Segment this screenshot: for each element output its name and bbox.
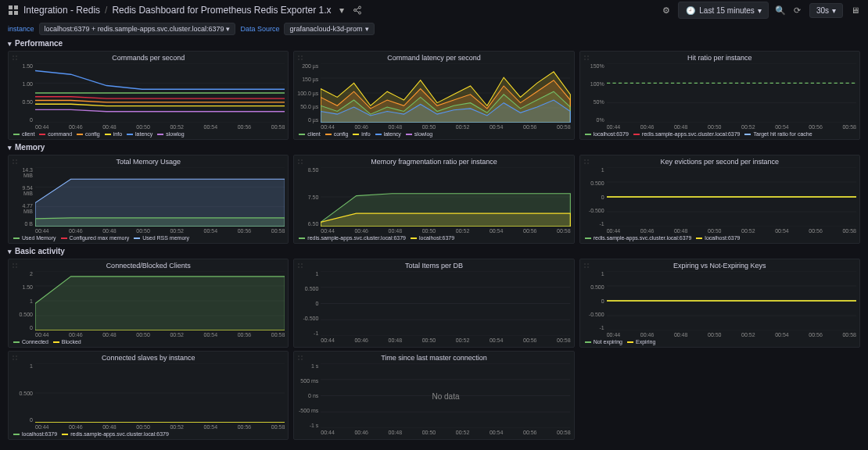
legend-item[interactable]: Expiring — [627, 339, 655, 345]
chart-area[interactable] — [607, 167, 856, 227]
y-tick: 500 ms — [297, 378, 318, 384]
x-tick: 00:52 — [456, 124, 470, 130]
chart-area[interactable]: No data — [321, 363, 570, 428]
y-tick: -1 — [297, 330, 318, 336]
panel-drag-handle[interactable] — [12, 53, 18, 59]
legend-item[interactable]: info — [353, 131, 370, 137]
gear-icon[interactable]: ⚙ — [661, 5, 672, 16]
monitor-icon[interactable]: 🖥 — [849, 5, 860, 16]
legend-item[interactable]: slowlog — [157, 131, 184, 137]
legend-item[interactable]: redis.sample-apps.svc.cluster.local:6379 — [62, 431, 169, 437]
panel-fragmentation[interactable]: Memory fragmentation ratio per instance8… — [293, 155, 574, 244]
panel-time-since-master[interactable]: Time since last master connection1 s500 … — [293, 351, 574, 440]
panel-drag-handle[interactable] — [297, 353, 303, 359]
chart-area[interactable] — [607, 271, 856, 330]
panel-drag-handle[interactable] — [12, 261, 18, 267]
legend-item[interactable]: localhost:6379 — [411, 235, 454, 241]
x-tick: 00:58 — [842, 124, 856, 130]
legend-swatch — [13, 238, 20, 239]
refresh-interval[interactable]: 30s ▾ — [809, 3, 843, 18]
legend-item[interactable]: Blocked — [53, 339, 81, 345]
panel-drag-handle[interactable] — [297, 53, 303, 59]
legend-item[interactable]: slowlog — [406, 131, 432, 137]
x-tick: 00:46 — [69, 424, 83, 430]
legend-item[interactable]: latency — [375, 131, 401, 137]
zoom-out-icon[interactable]: 🔍 — [775, 5, 786, 16]
share-icon[interactable] — [352, 5, 363, 16]
legend-item[interactable]: latency — [127, 131, 152, 137]
chart-area[interactable] — [321, 167, 570, 227]
panel-expiring-keys[interactable]: Expiring vs Not-Expiring Keys10.5000-0.5… — [579, 259, 860, 348]
chart-area[interactable] — [321, 271, 570, 336]
panel-title: Expiring vs Not-Expiring Keys — [580, 259, 859, 271]
legend-item[interactable]: Configured max memory — [61, 235, 130, 241]
svg-rect-2 — [9, 11, 13, 15]
legend-item[interactable]: localhost:6379 — [696, 235, 740, 241]
chart-area[interactable] — [35, 63, 285, 123]
row-performance[interactable]: ▾ Performance — [0, 38, 868, 49]
legend-item[interactable]: client — [13, 131, 34, 137]
chart-area[interactable] — [607, 63, 856, 123]
chart-area[interactable] — [35, 363, 285, 423]
breadcrumb-root[interactable]: Integration - Redis — [23, 5, 100, 16]
y-tick: 0 ns — [297, 393, 318, 398]
panel-evictions[interactable]: Key evictions per second per instance10.… — [579, 155, 860, 244]
legend-item[interactable]: redis.sample-apps.svc.cluster.local:6379 — [633, 131, 741, 137]
chart-area[interactable] — [35, 167, 285, 227]
panel-command-latency[interactable]: Command latency per second200 µs150 µs10… — [293, 51, 574, 140]
legend-label: latency — [384, 131, 401, 137]
panel-clients[interactable]: Connected/Blocked Clients21.5010.500000:… — [8, 259, 289, 348]
legend-item[interactable]: client — [299, 131, 320, 137]
chart-area[interactable] — [321, 63, 570, 123]
row-basic[interactable]: ▾ Basic activity — [0, 245, 868, 257]
legend-item[interactable]: info — [105, 131, 122, 137]
panel-connected-slaves[interactable]: Connected slaves by instance10.500000:44… — [8, 351, 289, 440]
panel-body: 10.5000 — [9, 363, 288, 423]
panel-drag-handle[interactable] — [297, 157, 303, 163]
legend-label: info — [361, 131, 370, 137]
y-tick: 1.50 — [12, 284, 33, 290]
x-tick: 00:46 — [354, 430, 368, 435]
y-tick: 0.500 — [583, 180, 604, 186]
refresh-icon[interactable]: ⟳ — [792, 5, 803, 16]
legend-item[interactable]: Target hit ratio for cache — [744, 131, 812, 137]
panel-row-performance: Commands per second1.501.000.50000:4400:… — [0, 49, 868, 141]
legend-item[interactable]: Used RSS memory — [134, 235, 189, 241]
legend-item[interactable]: config — [325, 131, 349, 137]
legend-item[interactable]: localhost:6379 — [585, 131, 629, 137]
chart-area[interactable] — [35, 271, 285, 330]
x-tick: 00:54 — [775, 124, 789, 130]
legend-item[interactable]: Not expiring — [585, 339, 622, 345]
var-instance-value[interactable]: localhost:6379 + redis.sample-apps.svc.c… — [39, 23, 236, 35]
legend-item[interactable]: redis.sample-apps.svc.cluster.local:6379 — [299, 235, 406, 241]
y-tick: 0.500 — [297, 286, 318, 291]
legend-item[interactable]: Connected — [13, 339, 48, 345]
panel-items-per-db[interactable]: Total Items per DB10.5000-0.500-100:4400… — [293, 259, 574, 348]
legend-item[interactable]: Used Memory — [13, 235, 56, 241]
legend-item[interactable]: redis.sample-apps.svc.cluster.local:6379 — [585, 235, 692, 241]
chevron-down-icon[interactable]: ▾ — [336, 5, 347, 16]
legend-item[interactable]: config — [77, 131, 100, 137]
legend-label: Connected — [22, 339, 48, 345]
panel-total-memory[interactable]: Total Memory Usage14.3 MiB9.54 MiB4.77 M… — [8, 155, 289, 244]
panel-hit-ratio[interactable]: Hit ratio per instance150%100%50%0%00:44… — [579, 51, 860, 140]
legend-item[interactable]: localhost:6379 — [13, 431, 57, 437]
var-datasource-value[interactable]: grafanacloud-k3d-prom ▾ — [284, 23, 374, 35]
legend-label: localhost:6379 — [594, 131, 629, 137]
panel-drag-handle[interactable] — [12, 157, 18, 163]
dashboard-icon[interactable] — [8, 5, 19, 16]
panel-drag-handle[interactable] — [583, 53, 590, 59]
legend-swatch — [585, 134, 591, 135]
panel-drag-handle[interactable] — [583, 261, 590, 267]
panel-drag-handle[interactable] — [12, 353, 18, 359]
panel-drag-handle[interactable] — [297, 261, 303, 267]
panel-drag-handle[interactable] — [583, 157, 590, 163]
x-tick: 00:52 — [741, 124, 755, 130]
legend-item[interactable]: command — [39, 131, 72, 137]
timerange-picker[interactable]: 🕘 Last 15 minutes ▾ — [678, 2, 769, 19]
x-tick: 00:50 — [708, 124, 722, 130]
breadcrumb-page[interactable]: Redis Dashboard for Prometheus Redis Exp… — [112, 5, 331, 16]
panel-commands-per-second[interactable]: Commands per second1.501.000.50000:4400:… — [8, 51, 289, 140]
row-memory[interactable]: ▾ Memory — [0, 141, 868, 153]
legend-swatch — [585, 238, 591, 239]
